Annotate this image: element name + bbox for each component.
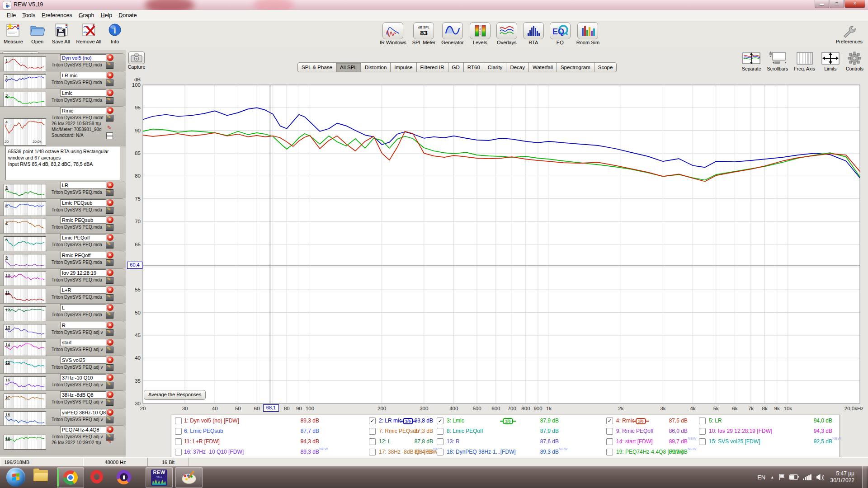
average-responses-button[interactable]: Average the Responses: [144, 390, 206, 400]
action-center-flag-icon[interactable]: [779, 474, 784, 480]
taskbar-secure-browser-button[interactable]: [117, 470, 131, 484]
tab-spectrogram[interactable]: Spectrogram: [557, 62, 594, 72]
legend-label-4[interactable]: 4: Rmic: [616, 418, 635, 424]
measurement-thumbnail[interactable]: 13: [4, 324, 46, 339]
measurement-name-input[interactable]: R: [60, 322, 106, 329]
measurement-name-input[interactable]: 37Hz -10 Q10: [60, 374, 106, 381]
save-edit-icon[interactable]: ✎: [106, 259, 113, 266]
save-edit-icon[interactable]: ✎: [106, 329, 113, 336]
measurement-name-input[interactable]: Lmic PEQoff: [60, 234, 106, 241]
measurement-name-input[interactable]: Lmic: [60, 89, 106, 97]
tab-impulse[interactable]: Impulse: [390, 62, 416, 72]
measurement-thumbnail[interactable]: 19: [4, 435, 46, 450]
measurement-name-input[interactable]: PEQ74Hz-4.4Q8: [60, 426, 106, 433]
legend-checkbox-13[interactable]: [437, 438, 443, 445]
save-edit-icon[interactable]: ✎: [106, 294, 113, 301]
notes-doc-icon[interactable]: [106, 132, 113, 139]
generator-button[interactable]: Generator: [441, 22, 464, 45]
open-button[interactable]: Open: [29, 22, 46, 44]
save-edit-icon[interactable]: ✎: [106, 80, 113, 86]
remove-measurement-button[interactable]: ✕: [107, 374, 113, 381]
legend-label-3[interactable]: 3: Lmic: [447, 418, 464, 424]
legend-label-12[interactable]: 12: L: [379, 438, 391, 445]
save-edit-icon[interactable]: ✎: [106, 242, 113, 249]
legend-label-16[interactable]: 16: 37Hz -10 Q10 [FDW]: [184, 449, 244, 455]
measurement-row-3[interactable]: Lmic✕Triton DynSVS PEQ.mda✎3: [0, 89, 126, 106]
measurement-row-7[interactable]: Rmic PEQsub✕Triton DynSVS PEQ.mda✎7: [0, 216, 126, 233]
measurement-thumbnail[interactable]: 16: [4, 376, 46, 391]
remove-measurement-button[interactable]: ✕: [107, 216, 113, 223]
tab-scope[interactable]: Scope: [594, 62, 617, 72]
save-edit-icon[interactable]: ✎: [106, 347, 113, 353]
measure-button[interactable]: Measure: [4, 22, 23, 44]
minimize-button[interactable]: ▬: [815, 0, 829, 8]
tab-all-spl[interactable]: All SPL: [336, 62, 361, 72]
measurement-thumbnail[interactable]: 2: [4, 74, 46, 89]
measurement-thumbnail[interactable]: 7: [4, 219, 46, 234]
measurement-name-input[interactable]: Rmic PEQoff: [60, 252, 106, 259]
legend-checkbox-3[interactable]: ✓: [437, 418, 443, 424]
save-edit-icon[interactable]: ✎: [106, 207, 113, 214]
limits-button[interactable]: Limits: [821, 52, 840, 71]
measurement-row-16[interactable]: 37Hz -10 Q10✕Triton DynSVS PEQ adj v✎16: [0, 373, 126, 391]
legend-checkbox-12[interactable]: [369, 438, 376, 445]
measurement-row-5[interactable]: LR✕Triton DynSVS PEQ.mda✎5: [0, 181, 126, 198]
save-edit-icon[interactable]: ✎: [106, 224, 113, 231]
measurement-row-2[interactable]: LR mic✕Triton DynSVS PEQ.mda✎2: [0, 71, 126, 89]
legend-checkbox-2[interactable]: ✓: [369, 418, 376, 424]
legend-label-11[interactable]: 11: L+R [FDW]: [184, 438, 220, 445]
tab-waterfall[interactable]: Waterfall: [528, 62, 557, 72]
edit-pencil-icon[interactable]: ✎: [107, 125, 112, 131]
measurement-thumbnail[interactable]: 17: [4, 394, 46, 408]
measurement-row-1[interactable]: Dyn vol5 (no)✕Triton DynSVS PEQ.mda✎1: [0, 53, 126, 71]
legend-checkbox-4[interactable]: ✓: [606, 418, 613, 424]
legend-checkbox-10[interactable]: [699, 428, 706, 435]
remove-measurement-button[interactable]: ✕: [107, 182, 113, 188]
remove-measurement-button[interactable]: ✕: [107, 54, 113, 61]
save-edit-icon[interactable]: ✎: [106, 97, 113, 104]
measurement-row-6[interactable]: Lmic PEQsub✕Triton DynSVS PEQ.mda✎6: [0, 198, 126, 216]
measurement-notes[interactable]: 65536-point 1/48 octave RTA using Rectan…: [5, 146, 120, 180]
start-button[interactable]: [6, 468, 25, 487]
measurement-thumbnail[interactable]: 1: [4, 56, 46, 71]
legend-checkbox-9[interactable]: [606, 428, 613, 435]
measurement-thumbnail[interactable]: 10: [4, 272, 46, 286]
measurement-row-11[interactable]: L+R✕Triton DynSVS PEQ.mda✎11: [0, 286, 126, 303]
menu-preferences[interactable]: Preferences: [38, 11, 75, 20]
remove-measurement-button[interactable]: ✕: [107, 322, 113, 328]
legend-checkbox-17[interactable]: [369, 449, 376, 455]
save-edit-icon[interactable]: ✎: [106, 115, 113, 122]
menu-tools[interactable]: Tools: [19, 11, 38, 20]
save-edit-icon[interactable]: ✎: [106, 189, 113, 196]
measurement-thumbnail[interactable]: 18: [4, 411, 46, 426]
measurement-name-input[interactable]: start: [60, 339, 106, 346]
tab-filtered-ir[interactable]: Filtered IR: [416, 62, 448, 72]
taskbar-paint-button[interactable]: [175, 467, 203, 488]
remove-measurement-button[interactable]: ✕: [107, 107, 113, 114]
speaker-icon[interactable]: [816, 474, 824, 480]
measurement-thumbnail[interactable]: 15: [4, 359, 46, 374]
legend-checkbox-18[interactable]: [437, 449, 443, 455]
measurement-thumbnail[interactable]: 12: [4, 306, 46, 321]
legend-checkbox-16[interactable]: [175, 449, 182, 455]
measurement-name-input[interactable]: LR: [60, 182, 106, 189]
menu-file[interactable]: File: [4, 11, 19, 20]
legend-label-1[interactable]: 1: Dyn vol5 (no) [FDW]: [184, 418, 239, 424]
save-edit-icon[interactable]: ✎: [106, 382, 113, 389]
taskbar-rew-button[interactable]: REW V5.1: [146, 467, 173, 488]
levels-button[interactable]: 0 3 6 9 Levels: [470, 22, 491, 45]
remove-measurement-button[interactable]: ✕: [107, 199, 113, 206]
taskbar-explorer-button[interactable]: [33, 470, 48, 481]
save-edit-icon[interactable]: ✎: [106, 364, 113, 371]
measurement-row-12[interactable]: L✕Triton DynSVS PEQ.mda✎12: [0, 303, 126, 321]
measurement-name-input[interactable]: LR mic: [60, 72, 106, 79]
legend-label-15[interactable]: 15: SVS vol25 [FDW]: [709, 438, 760, 445]
measurement-thumbnail[interactable]: 9: [4, 254, 46, 269]
save-edit-icon[interactable]: ✎: [106, 62, 113, 69]
controls-button[interactable]: Controls: [846, 52, 863, 71]
measurement-row-14[interactable]: start✕Triton DynSVS PEQ adj v✎14: [0, 338, 126, 356]
network-signal-icon[interactable]: [803, 474, 811, 480]
spl-plot[interactable]: 1009590858075706560555045403530dB2030405…: [126, 50, 868, 457]
eq-button[interactable]: EQ EQ: [550, 22, 571, 45]
measurement-row-8[interactable]: Lmic PEQoff✕Triton DynSVS PEQ.mda✎8: [0, 233, 126, 251]
